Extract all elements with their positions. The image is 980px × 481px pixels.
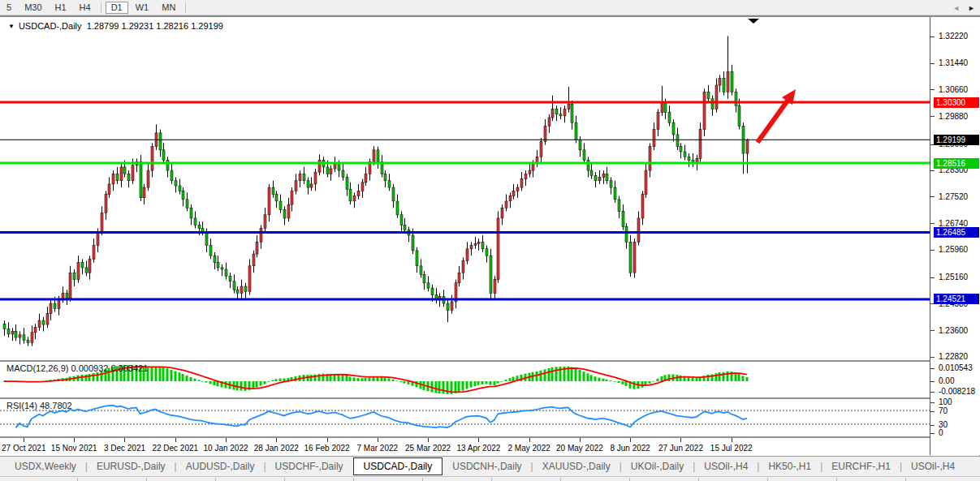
candle xyxy=(291,187,293,211)
candle xyxy=(101,206,103,235)
tab-scroll-right-icon[interactable]: ► xyxy=(968,4,975,12)
timeframe-button-h4[interactable]: H4 xyxy=(74,2,97,14)
macd-axis-label: 0.010543 xyxy=(939,363,973,372)
status-tick xyxy=(905,478,906,481)
chart-shift-marker-icon[interactable] xyxy=(748,19,759,24)
candle xyxy=(236,286,239,300)
candle xyxy=(490,249,492,300)
rsi-axis-label: 100 xyxy=(939,397,952,406)
date-axis-label: 10 Jan 2022 xyxy=(203,444,248,453)
tab-usdchf-daily[interactable]: USDCHF-,Daily xyxy=(267,458,352,475)
date-axis-label: 27 Oct 2021 xyxy=(2,444,45,453)
candle xyxy=(136,158,138,172)
tab-audusd-daily[interactable]: AUDUSD-,Daily xyxy=(178,458,263,475)
candle xyxy=(346,174,348,195)
candle xyxy=(342,164,344,181)
date-axis-tick xyxy=(428,438,429,442)
candle xyxy=(622,204,624,230)
candle xyxy=(388,174,391,191)
candle xyxy=(641,191,644,225)
date-axis-label: 27 Jun 2022 xyxy=(658,444,703,453)
tab-usoil-h4[interactable]: USOil-,H4 xyxy=(696,458,756,475)
candle xyxy=(645,164,647,198)
tab-scroll-left-icon[interactable]: ◄ xyxy=(952,4,960,12)
candle xyxy=(676,128,679,150)
rsi-pane[interactable] xyxy=(0,399,930,436)
candle xyxy=(470,242,473,256)
candle xyxy=(587,157,589,177)
tab-eurchf-h1[interactable]: EURCHF-,H1 xyxy=(823,458,899,475)
candle xyxy=(229,273,231,288)
candle xyxy=(361,179,364,198)
macd-axis-tick xyxy=(930,381,935,382)
timeframe-button-d1[interactable]: D1 xyxy=(106,2,128,14)
candle xyxy=(447,300,449,322)
price-axis-label: 1.29880 xyxy=(939,112,968,121)
tab-usdcnh-daily[interactable]: USDCNH-,Daily xyxy=(444,458,529,475)
price-axis[interactable]: 1.322201.314401.306601.298801.290601.283… xyxy=(930,17,980,455)
timeframe-button-mn[interactable]: MN xyxy=(156,2,181,14)
candle xyxy=(455,280,457,309)
tab-eurusd-daily[interactable]: EURUSD-,Daily xyxy=(89,458,174,475)
timeframe-button-h1[interactable]: H1 xyxy=(50,2,72,14)
candle xyxy=(568,87,570,113)
tab-usdcad-daily[interactable]: USDCAD-,Daily xyxy=(353,457,443,475)
candle xyxy=(369,158,371,180)
candle xyxy=(501,204,503,225)
timeframe-toolbar: 5M30H1H4D1W1MN xyxy=(0,0,980,15)
status-tick xyxy=(422,478,423,481)
candle xyxy=(295,174,297,194)
candle xyxy=(256,235,258,257)
candle xyxy=(598,170,601,184)
tab-usdx-weekly[interactable]: USDX,Weekly xyxy=(6,458,84,475)
main-chart-pane[interactable] xyxy=(0,17,930,360)
candle xyxy=(396,195,399,218)
candle xyxy=(731,65,733,96)
timeframe-button-m30[interactable]: M30 xyxy=(19,2,47,14)
date-axis-tick xyxy=(478,438,479,442)
tab-usoil-h4[interactable]: USOil-,H4 xyxy=(903,458,963,475)
price-axis-tick xyxy=(930,63,935,64)
candle xyxy=(283,206,286,225)
candle xyxy=(629,235,632,277)
candle xyxy=(143,184,145,204)
date-axis-tick xyxy=(630,438,631,442)
status-tick xyxy=(836,478,837,481)
candle xyxy=(486,246,488,263)
tab-ukoil-daily[interactable]: UKOil-,Daily xyxy=(623,458,692,475)
candle xyxy=(606,167,608,184)
candle xyxy=(244,283,247,298)
candle xyxy=(719,75,721,92)
candle xyxy=(34,324,37,339)
candle xyxy=(688,153,690,167)
candle xyxy=(625,223,628,249)
candle xyxy=(529,164,531,178)
rsi-axis-tick xyxy=(930,425,935,426)
candle xyxy=(89,256,91,279)
date-axis-label: 7 Mar 2022 xyxy=(357,444,399,453)
candle xyxy=(377,147,379,169)
candle xyxy=(275,191,278,208)
candle xyxy=(217,256,219,271)
tab-hk50-h1[interactable]: HK50-,H1 xyxy=(760,458,819,475)
trend-arrow-annotation[interactable] xyxy=(758,89,796,143)
timeframe-button-w1[interactable]: W1 xyxy=(130,2,155,14)
tab-scroll-buttons: ◄ ► xyxy=(952,4,975,12)
candle xyxy=(680,143,682,158)
candle xyxy=(248,259,251,294)
date-axis[interactable]: 27 Oct 202115 Nov 20213 Dec 202122 Dec 2… xyxy=(0,438,930,456)
price-axis-tick xyxy=(930,277,935,278)
mt4-chart-window: 5M30H1H4D1W1MN ▼USDCAD-,Daily 1.28799 1.… xyxy=(0,0,980,481)
candle xyxy=(416,247,418,273)
timeframe-button-5[interactable]: 5 xyxy=(1,2,17,14)
date-axis-label: 25 Mar 2022 xyxy=(405,444,451,453)
date-axis-label: 28 Jan 2022 xyxy=(254,444,299,453)
candle xyxy=(120,164,123,187)
date-axis-label: 16 Feb 2022 xyxy=(304,444,349,453)
price-axis-tick xyxy=(930,170,935,171)
candle xyxy=(171,164,173,184)
tab-xauusd-daily[interactable]: XAUUSD-,Daily xyxy=(534,458,619,475)
symbol-dropdown-icon[interactable]: ▼ xyxy=(8,23,15,30)
candle xyxy=(225,263,227,280)
status-tick xyxy=(698,478,699,481)
